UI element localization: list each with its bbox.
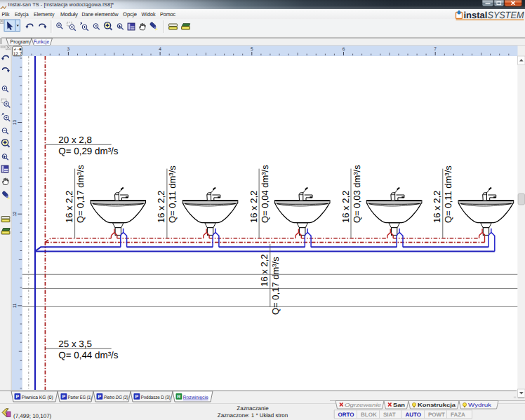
svg-text:SYSTEM: SYSTEM — [488, 10, 525, 20]
svg-text:7: 7 — [434, 47, 437, 52]
svg-text:16 x 2,2: 16 x 2,2 — [259, 254, 270, 286]
svg-text:12,7: 12,7 — [13, 52, 22, 57]
svg-text:16 x 2,2: 16 x 2,2 — [64, 191, 74, 223]
svg-text:Widok: Widok — [142, 11, 156, 18]
svg-text:20 x 2,8: 20 x 2,8 — [58, 135, 92, 145]
svg-text:Dane elementów: Dane elementów — [82, 11, 119, 18]
svg-text:Plik: Plik — [2, 11, 10, 18]
svg-text:instal: instal — [464, 10, 488, 20]
svg-text:ORTO: ORTO — [338, 412, 354, 418]
svg-text:5: 5 — [251, 47, 253, 52]
svg-text:Q= 0,17 dm³/s: Q= 0,17 dm³/s — [270, 257, 281, 315]
svg-text:4: 4 — [159, 47, 161, 52]
svg-text:Opcje: Opcje — [123, 11, 137, 18]
svg-text:SIAT: SIAT — [383, 412, 396, 418]
svg-text:16 x 2,2: 16 x 2,2 — [340, 191, 351, 223]
svg-text:Q= 0,44 dm³/s: Q= 0,44 dm³/s — [58, 350, 119, 360]
svg-text:Q= 0,11 dm³/s: Q= 0,11 dm³/s — [167, 165, 178, 223]
svg-text:16 x 2,2: 16 x 2,2 — [156, 191, 166, 223]
svg-text:11: 11 — [13, 303, 18, 308]
svg-text:Ogrzewanie: Ogrzewanie — [345, 402, 381, 408]
svg-text:Pomoc: Pomoc — [160, 11, 175, 18]
svg-text:3: 3 — [67, 47, 70, 52]
svg-text:Zaznaczanie: Zaznaczanie — [237, 405, 269, 412]
svg-text:12: 12 — [13, 211, 18, 217]
svg-text:BLOK: BLOK — [361, 412, 377, 418]
svg-text:Q= 0,29 dm³/s: Q= 0,29 dm³/s — [58, 146, 119, 156]
svg-text:Konstrukcja: Konstrukcja — [418, 402, 456, 408]
svg-text:13: 13 — [13, 120, 18, 126]
svg-text:FAZA: FAZA — [451, 412, 465, 418]
svg-text:(7,499; 10,107): (7,499; 10,107) — [13, 413, 52, 419]
svg-text:Q= 0,04 dm³/s: Q= 0,04 dm³/s — [260, 165, 270, 223]
svg-text:25 x 3,5: 25 x 3,5 — [58, 339, 92, 349]
svg-text:Q= 0,11 dm³/s: Q= 0,11 dm³/s — [443, 165, 453, 223]
svg-text:Zaznaczone: 1 * Układ stron: Zaznaczone: 1 * Układ stron — [218, 412, 288, 419]
svg-text:POWT: POWT — [428, 412, 445, 418]
svg-text:Program: Program — [11, 39, 30, 45]
svg-text:AUTO: AUTO — [406, 412, 422, 418]
svg-text:Wydruk: Wydruk — [468, 402, 492, 408]
svg-text:Funkcje: Funkcje — [34, 39, 49, 45]
svg-text:Elementy: Elementy — [34, 11, 54, 18]
svg-text:6: 6 — [343, 47, 345, 52]
svg-text:San: San — [393, 402, 405, 408]
svg-text:Q= 0,17 dm³/s: Q= 0,17 dm³/s — [75, 165, 86, 223]
svg-text:Q= 0,03 dm³/s: Q= 0,03 dm³/s — [352, 165, 362, 223]
svg-text:16 x 2,2: 16 x 2,2 — [432, 191, 442, 223]
svg-text:Edycja: Edycja — [15, 11, 29, 18]
svg-text:↲··■: ↲··■ — [13, 47, 22, 52]
svg-text:16 x 2,2: 16 x 2,2 — [248, 191, 259, 223]
svg-text:Moduły: Moduły — [60, 11, 78, 18]
